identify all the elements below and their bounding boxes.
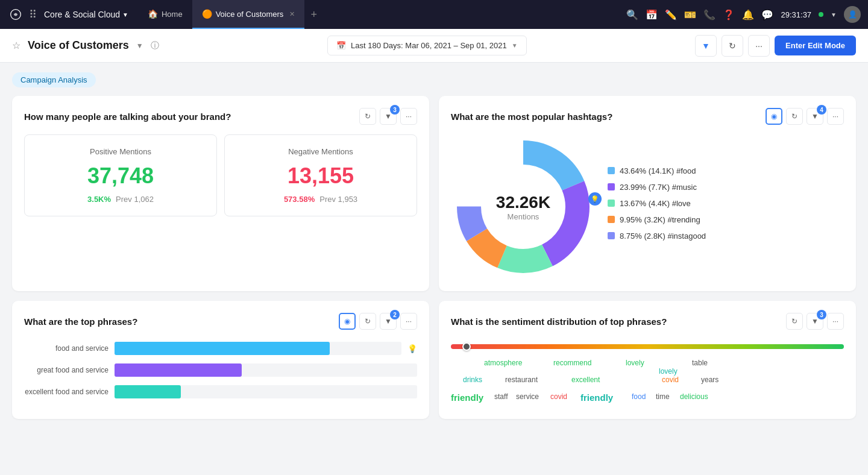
mentions-refresh-button[interactable]: ↻ (359, 108, 376, 125)
status-indicator (819, 12, 823, 17)
legend-dot-music (608, 183, 615, 190)
date-range-button[interactable]: 📅 Last 180 Days: Mar 06, 2021 – Sep 01, … (327, 36, 527, 55)
home-icon: 🏠 (148, 9, 158, 19)
word-atmosphere: atmosphere (484, 359, 522, 367)
donut-hint-icon[interactable]: 💡 (588, 192, 602, 206)
mentions-filter-button[interactable]: ▼ 3 (380, 108, 397, 125)
more-options-button[interactable]: ··· (748, 35, 770, 57)
slider-track[interactable] (451, 344, 844, 349)
word-years: years (701, 376, 719, 384)
phrases-widget: What are the top phrases? ◉ ↻ ▼ 2 ··· fo… (12, 301, 429, 419)
legend-item-instagood: 8.75% (2.8K) #instagood (608, 231, 844, 241)
calendar-icon[interactable]: 📅 (646, 9, 658, 20)
search-icon[interactable]: 🔍 (626, 9, 638, 20)
legend-item-love: 13.67% (4.4K) #love (608, 199, 844, 208)
calendar-icon: 📅 (336, 41, 346, 50)
positive-mentions-card: Positive Mentions 37,748 3.5K% Prev 1,06… (24, 134, 217, 216)
app-name[interactable]: Core & Social Cloud ▼ (44, 10, 128, 19)
word-covid1: covid (662, 376, 679, 384)
tab-voc[interactable]: 🟠 Voice of Customers ✕ (192, 0, 305, 29)
sentiment-slider (451, 344, 844, 349)
word-covid2: covid (550, 392, 567, 401)
phrase-bar-1 (115, 342, 330, 355)
chevron-down-nav-icon[interactable]: ▼ (831, 11, 837, 18)
edit-icon[interactable]: ✏️ (665, 9, 677, 20)
edit-mode-button[interactable]: Enter Edit Mode (775, 36, 856, 55)
filter-icon: ▼ (811, 317, 819, 326)
sentiment-filter-button[interactable]: ▼ 3 (807, 313, 823, 330)
tab-close-icon[interactable]: ✕ (289, 10, 295, 18)
legend-dot-trending (608, 216, 615, 223)
sub-nav: ☆ Voice of Customers ▼ ⓘ 📅 Last 180 Days… (0, 29, 868, 63)
negative-value: 13,155 (234, 163, 407, 189)
user-avatar[interactable]: 👤 (844, 6, 861, 23)
word-friendly1: friendly (451, 392, 483, 403)
negative-pct: 573.58% (284, 195, 315, 204)
sentiment-content: atmosphere recommend lovely lovely table… (451, 339, 844, 407)
donut-label: Mentions (496, 212, 550, 221)
phrases-widget-title: What are the top phrases? (24, 316, 339, 327)
positive-value: 37,748 (34, 163, 207, 189)
hashtags-view-button[interactable]: ◉ (766, 108, 782, 125)
help-icon[interactable]: ❓ (723, 9, 735, 20)
donut-chart: 32.26K Mentions 💡 (451, 134, 596, 279)
favorite-icon[interactable]: ☆ (12, 40, 20, 51)
phrases-content: food and service 💡 great food and servic… (24, 339, 417, 398)
mentions-more-button[interactable]: ··· (400, 108, 417, 125)
negative-prev: Prev 1,953 (319, 195, 357, 204)
sentiment-refresh-button[interactable]: ↻ (786, 313, 803, 330)
phrase-label-2: great food and service (24, 366, 108, 374)
add-tab-button[interactable]: + (304, 0, 323, 29)
campaign-analysis-tag[interactable]: Campaign Analysis (12, 72, 96, 87)
ticket-icon[interactable]: 🎫 (684, 9, 696, 20)
nav-right-icons: 🔍 📅 ✏️ 🎫 📞 ❓ 🔔 💬 29:31:37 ▼ 👤 (626, 6, 861, 23)
phrase-row-2: great food and service (24, 363, 417, 377)
filter-icon: ▼ (385, 317, 392, 326)
filter-button[interactable]: ▼ (695, 35, 717, 57)
widget-grid: How many people are talking about your b… (12, 96, 856, 419)
hashtags-filter-button[interactable]: ▼ 4 (807, 108, 823, 125)
legend-item-food: 43.64% (14.1K) #food (608, 166, 844, 175)
phone-icon[interactable]: 📞 (703, 9, 715, 20)
page-title: Voice of Customers (28, 39, 129, 52)
hashtags-widget: What are the most popular hashtags? ◉ ↻ … (439, 96, 856, 291)
word-cloud: atmosphere recommend lovely lovely table… (451, 359, 844, 407)
word-recommend: recommend (553, 359, 591, 367)
title-chevron-icon[interactable]: ▼ (136, 42, 143, 50)
top-nav: ⠿ Core & Social Cloud ▼ 🏠 Home 🟠 Voice o… (0, 0, 868, 29)
negative-label: Negative Mentions (234, 147, 407, 156)
phrases-view-button[interactable]: ◉ (339, 313, 356, 330)
phrase-hint-icon-1[interactable]: 💡 (407, 344, 417, 353)
phrases-filter-button[interactable]: ▼ 2 (380, 313, 397, 330)
word-time: time (656, 392, 670, 401)
word-service: service (516, 392, 539, 401)
voc-icon: 🟠 (202, 9, 212, 19)
sentiment-more-button[interactable]: ··· (827, 313, 844, 330)
sentiment-widget: What is the sentiment distribution of to… (439, 301, 856, 419)
app-logo[interactable] (7, 6, 24, 23)
chevron-down-icon: ▼ (122, 11, 128, 18)
nav-tabs: 🏠 Home 🟠 Voice of Customers ✕ + (138, 0, 622, 29)
legend-dot-instagood (608, 232, 615, 239)
word-excellent: excellent (571, 376, 600, 384)
refresh-button[interactable]: ↻ (722, 35, 743, 57)
phrases-refresh-button[interactable]: ↻ (359, 313, 376, 330)
hashtags-refresh-button[interactable]: ↻ (786, 108, 803, 125)
sentiment-widget-title: What is the sentiment distribution of to… (451, 316, 786, 327)
info-icon[interactable]: ⓘ (151, 40, 159, 51)
filter-icon: ▼ (385, 112, 392, 121)
phrase-label-3: excellent food and service (24, 388, 108, 396)
donut-total: 32.26K (496, 193, 550, 212)
chat-icon[interactable]: 💬 (761, 9, 773, 20)
word-table: table (692, 359, 708, 367)
word-friendly2: friendly (580, 392, 613, 403)
grid-icon[interactable]: ⠿ (29, 8, 37, 21)
tab-home[interactable]: 🏠 Home (138, 0, 192, 29)
bell-icon[interactable]: 🔔 (742, 9, 754, 20)
toolbar-actions: ▼ ↻ ··· Enter Edit Mode (695, 35, 856, 57)
hashtags-more-button[interactable]: ··· (827, 108, 844, 125)
legend-dot-love (608, 200, 615, 207)
phrase-bar-3 (115, 385, 181, 398)
phrases-more-button[interactable]: ··· (400, 313, 417, 330)
word-drinks: drinks (463, 376, 482, 384)
